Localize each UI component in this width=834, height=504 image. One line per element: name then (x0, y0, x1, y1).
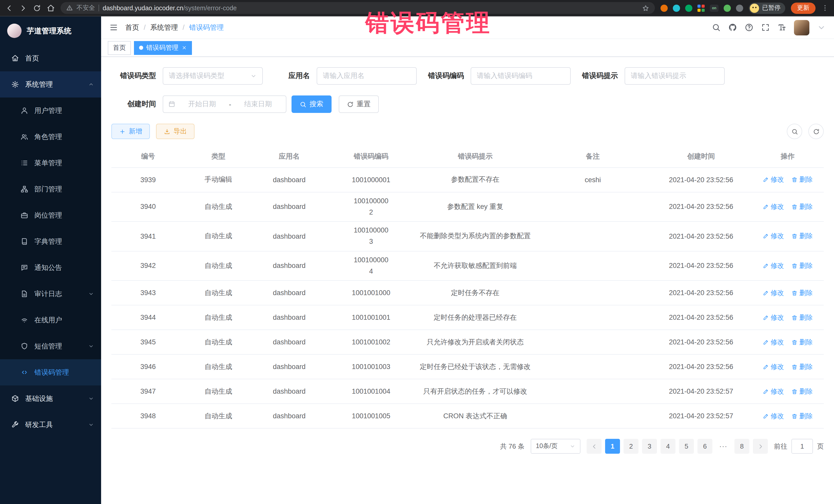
column-header-2: 应用名 (252, 146, 326, 167)
error-type-select[interactable]: 请选择错误码类型 (163, 67, 263, 85)
user-avatar[interactable] (794, 20, 809, 35)
sidebar-item-post[interactable]: 岗位管理 (0, 202, 101, 228)
delete-link[interactable]: 删除 (791, 411, 813, 421)
browser-reload-icon[interactable] (33, 4, 41, 12)
sidebar-item-system[interactable]: 系统管理 (0, 71, 101, 97)
date-range-picker[interactable]: 开始日期 - 结束日期 (163, 95, 286, 113)
delete-link[interactable]: 删除 (791, 362, 813, 371)
breadcrumb-item[interactable]: 首页 (125, 23, 139, 32)
sidebar-item-audit-log[interactable]: 审计日志 (0, 281, 101, 307)
edit-link[interactable]: 修改 (762, 202, 784, 212)
prev-page-button[interactable] (587, 439, 601, 454)
help-icon[interactable] (745, 23, 753, 32)
breadcrumb-item[interactable]: 错误码管理 (189, 23, 224, 32)
cell-type: 自动生成 (185, 221, 252, 251)
pagination-page-6[interactable]: 6 (698, 439, 712, 454)
pagination-page-1[interactable]: 1 (605, 439, 620, 454)
browser-home-icon[interactable] (47, 4, 55, 12)
sidebar-item-sms[interactable]: 短信管理 (0, 333, 101, 359)
chevron-down-icon[interactable] (817, 23, 826, 32)
sidebar-item-notice[interactable]: 通知公告 (0, 255, 101, 281)
sidebar-item-menu[interactable]: 菜单管理 (0, 150, 101, 176)
edit-link[interactable]: 修改 (762, 288, 784, 298)
tab-错误码管理[interactable]: 错误码管理 (134, 41, 192, 54)
cell-msg: 只有开启状态的任务，才可以修改 (416, 379, 535, 404)
reset-button[interactable]: 重置 (339, 95, 379, 113)
sidebar-item-dev-tools[interactable]: 研发工具 (0, 412, 101, 438)
browser-back-icon[interactable] (5, 4, 13, 12)
sidebar-item-home[interactable]: 首页 (0, 45, 101, 71)
close-icon[interactable] (181, 45, 186, 50)
browser-menu-icon[interactable] (821, 4, 829, 12)
delete-link[interactable]: 删除 (791, 387, 813, 396)
add-button[interactable]: 新增 (111, 124, 150, 139)
extension-on-badge-icon[interactable]: on (710, 4, 719, 12)
delete-link[interactable]: 删除 (791, 175, 813, 184)
extension-teal-drop-icon[interactable] (673, 4, 680, 12)
delete-link[interactable]: 删除 (791, 337, 813, 347)
edit-link[interactable]: 修改 (762, 337, 784, 347)
toggle-search-button[interactable] (787, 124, 802, 139)
font-size-icon[interactable] (777, 23, 786, 32)
sidebar-item-dept[interactable]: 部门管理 (0, 176, 101, 202)
fullscreen-icon[interactable] (761, 23, 770, 32)
pagination-page-4[interactable]: 4 (660, 439, 675, 454)
edit-link[interactable]: 修改 (762, 261, 784, 270)
table-row: 3941自动生成dashboard1001000003不能删除类型为系统内置的参… (111, 221, 824, 251)
hamburger-icon[interactable] (109, 23, 118, 32)
refresh-table-button[interactable] (808, 124, 824, 139)
tab-首页[interactable]: 首页 (108, 41, 131, 54)
edit-link[interactable]: 修改 (762, 387, 784, 396)
error-type-label: 错误码类型 (111, 71, 156, 81)
cell-msg: 不能删除类型为系统内置的参数配置 (416, 221, 535, 251)
extension-gray-pin-icon[interactable] (736, 4, 743, 12)
sidebar-item-role[interactable]: 角色管理 (0, 124, 101, 150)
extension-multicolor-grid-icon[interactable] (698, 4, 705, 12)
edit-link[interactable]: 修改 (762, 232, 784, 241)
sidebar-item-label: 字典管理 (35, 237, 62, 246)
page-size-select[interactable]: 10条/页 (531, 439, 580, 454)
delete-link[interactable]: 删除 (791, 202, 813, 212)
delete-link[interactable]: 删除 (791, 288, 813, 298)
pagination-page-5[interactable]: 5 (679, 439, 694, 454)
sidebar-item-infra[interactable]: 基础设施 (0, 386, 101, 412)
delete-link[interactable]: 删除 (791, 261, 813, 270)
pagination-page-3[interactable]: 3 (642, 439, 657, 454)
pagination-page-8[interactable]: 8 (734, 439, 749, 454)
error-msg-input[interactable]: 请输入错误码提示 (624, 67, 725, 85)
edit-link[interactable]: 修改 (762, 175, 784, 184)
export-button[interactable]: 导出 (156, 124, 195, 139)
edit-link[interactable]: 修改 (762, 411, 784, 421)
bookmark-star-icon[interactable] (642, 4, 649, 12)
goto-page-input[interactable] (791, 439, 813, 454)
sidebar-menu: 首页系统管理用户管理角色管理菜单管理部门管理岗位管理字典管理通知公告审计日志在线… (0, 45, 101, 438)
next-page-button[interactable] (753, 439, 768, 454)
table-row: 3939手动编辑dashboard1001000001参数配置不存在ceshi2… (111, 167, 824, 192)
extension-green-circle-icon[interactable] (685, 4, 692, 12)
sidebar-item-user[interactable]: 用户管理 (0, 97, 101, 124)
edit-link[interactable]: 修改 (762, 362, 784, 371)
search-icon[interactable] (712, 23, 721, 32)
browser-forward-icon[interactable] (19, 4, 27, 12)
browser-update-button[interactable]: 更新 (791, 2, 815, 14)
search-button[interactable]: 搜索 (291, 95, 332, 113)
extension-light-green-icon[interactable] (724, 4, 731, 12)
page-content: 错误码类型 请选择错误码类型 应用名 请输入应用名 (101, 57, 834, 504)
app-logo[interactable]: 芋道管理系统 (0, 17, 101, 45)
delete-link[interactable]: 删除 (791, 313, 813, 322)
address-bar[interactable]: 不安全 dashboard.yudao.iocoder.cn/system/er… (61, 2, 655, 14)
sidebar-item-error-code[interactable]: 错误码管理 (0, 359, 101, 386)
github-icon[interactable] (728, 23, 737, 32)
sidebar-item-online-user[interactable]: 在线用户 (0, 307, 101, 333)
app-name-input[interactable]: 请输入应用名 (317, 67, 417, 85)
delete-link[interactable]: 删除 (791, 232, 813, 241)
pagination-more[interactable]: ··· (716, 439, 731, 454)
cell-ops: 修改删除 (751, 330, 824, 354)
breadcrumb-item[interactable]: 系统管理 (150, 23, 178, 32)
pagination-page-2[interactable]: 2 (623, 439, 638, 454)
extension-orange-circle-icon[interactable] (660, 4, 668, 12)
sidebar-item-dict[interactable]: 字典管理 (0, 228, 101, 255)
profile-chip[interactable]: 已暂停 (749, 2, 785, 14)
edit-link[interactable]: 修改 (762, 313, 784, 322)
error-code-input[interactable]: 请输入错误码编码 (470, 67, 571, 85)
